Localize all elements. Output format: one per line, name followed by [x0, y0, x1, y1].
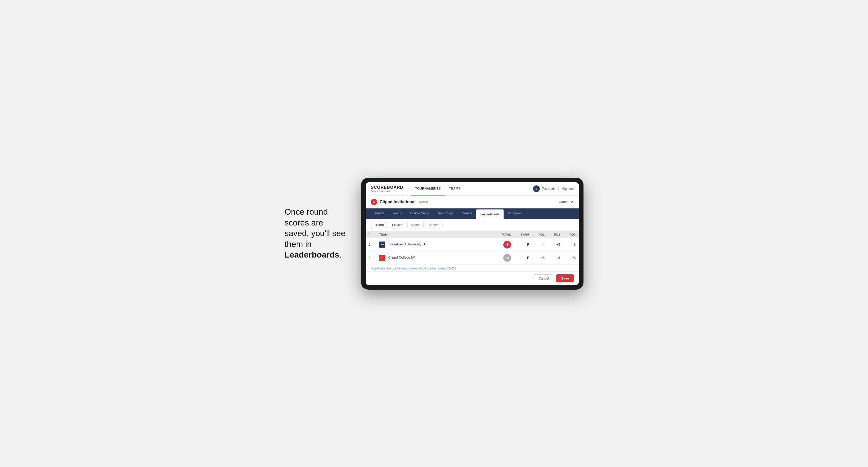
desc-line3: saved, you'll see: [284, 228, 345, 238]
tab-teams[interactable]: Teams: [389, 209, 406, 219]
nav-right: S Test User | Sign out: [533, 185, 574, 192]
col-team: TEAM: [376, 231, 494, 238]
cancel-label: Cancel: [559, 200, 569, 204]
row2-total: +3: [494, 251, 514, 264]
close-icon: ✕: [571, 200, 574, 204]
tab-course-setup[interactable]: Course Setup: [406, 209, 433, 219]
tablet-frame: SCOREBOARD Powered by clippd TOURNAMENTS…: [361, 178, 584, 290]
col-rd2: RD2: [548, 231, 563, 238]
table-row: 2 C Clippd College [A] +3 F +8 -8: [366, 251, 579, 264]
sub-tab-strokes[interactable]: Strokes: [425, 222, 442, 228]
page-wrapper: Once round scores are saved, you'll see …: [10, 178, 858, 290]
nav-tournaments[interactable]: TOURNAMENTS: [411, 182, 445, 196]
nav-divider: |: [558, 186, 559, 191]
user-name: Test User: [542, 187, 555, 191]
save-button[interactable]: Save: [556, 274, 574, 282]
tournament-title: Clippd Invitational: [380, 199, 416, 204]
tabs-bar: Details Teams Course Setup Tee Groups Re…: [366, 209, 579, 219]
row1-thru: F: [514, 238, 532, 251]
tab-tee-groups[interactable]: Tee Groups: [433, 209, 458, 219]
logo-area: SCOREBOARD Powered by clippd: [371, 185, 403, 192]
tab-printables[interactable]: Printables: [503, 209, 526, 219]
row2-team: C Clippd College [A]: [376, 251, 494, 264]
sub-tab-players[interactable]: Players: [389, 222, 406, 228]
sub-tabs: Teams Players Scores Strokes: [366, 219, 579, 231]
col-rank: #: [366, 231, 376, 238]
row1-rank: 1: [366, 238, 376, 251]
nav-teams[interactable]: TEAMS: [445, 182, 465, 196]
row1-rd1: -4: [532, 238, 548, 251]
logo-sub: Powered by clippd: [371, 190, 403, 192]
tournament-title-area: C Clippd Invitational (Men): [371, 199, 428, 205]
row1-team-logo: SU: [379, 242, 385, 248]
footer-url: https://stage-blue-coach.stagescoreboard…: [366, 264, 579, 272]
col-rd1: RD1: [532, 231, 548, 238]
row2-thru: F: [514, 251, 532, 264]
logo-brand: clippd: [384, 190, 390, 192]
tab-leaderboards[interactable]: Leaderboards: [476, 210, 503, 219]
tab-results[interactable]: Results: [458, 209, 476, 219]
sub-tab-scores[interactable]: Scores: [407, 222, 424, 228]
desc-bold: Leaderboards: [284, 250, 339, 259]
modal-footer: Cancel Save: [366, 272, 579, 285]
user-avatar: S: [533, 185, 540, 192]
row1-team-name: Scoreboard University [A]: [388, 242, 426, 246]
leaderboard-content: Teams Players Scores Strokes: [366, 219, 579, 264]
row2-rd1: +8: [532, 251, 548, 264]
desc-punct: .: [339, 250, 342, 259]
desc-line1: Once round: [284, 207, 328, 216]
row2-score-badge: +3: [503, 254, 511, 262]
left-description: Once round scores are saved, you'll see …: [284, 207, 345, 260]
tournament-icon: C: [371, 199, 377, 205]
tournament-gender: (Men): [419, 200, 428, 204]
col-thru: THRU: [514, 231, 532, 238]
row2-rd2: -8: [548, 251, 563, 264]
sign-out-link[interactable]: Sign out: [562, 187, 574, 191]
leaderboard-table: # TEAM TOTAL THRU: [366, 231, 579, 264]
row1-rd2: +5: [548, 238, 563, 251]
row1-score-badge: -5: [503, 241, 511, 249]
tournament-header: C Clippd Invitational (Men) Cancel ✕: [366, 196, 579, 209]
table-row: 1 SU Scoreboard University [A] -5 F -4: [366, 238, 579, 251]
row2-team-logo: C: [379, 255, 385, 261]
row1-total: -5: [494, 238, 514, 251]
logo-sub-prefix: Powered by: [371, 190, 384, 192]
tab-details[interactable]: Details: [371, 209, 389, 219]
row1-team: SU Scoreboard University [A]: [376, 238, 494, 251]
cancel-button-top[interactable]: Cancel ✕: [559, 200, 574, 204]
desc-line2: scores are: [284, 218, 323, 227]
row1-rd3: -6: [563, 238, 579, 251]
sub-tab-teams[interactable]: Teams: [371, 222, 387, 228]
table-header-row: # TEAM TOTAL THRU: [366, 231, 579, 238]
nav-links: TOURNAMENTS TEAMS: [411, 182, 533, 196]
col-rd3: RD3: [563, 231, 579, 238]
cancel-button-footer[interactable]: Cancel: [534, 274, 554, 282]
logo-text: SCOREBOARD: [371, 185, 403, 190]
desc-line4: them in: [284, 240, 312, 249]
top-nav: SCOREBOARD Powered by clippd TOURNAMENTS…: [366, 182, 579, 196]
row2-rank: 2: [366, 251, 376, 264]
row2-team-name: Clippd College [A]: [388, 255, 415, 259]
tablet-screen: SCOREBOARD Powered by clippd TOURNAMENTS…: [366, 182, 579, 285]
col-total: TOTAL: [494, 231, 514, 238]
row2-rd3: +3: [563, 251, 579, 264]
